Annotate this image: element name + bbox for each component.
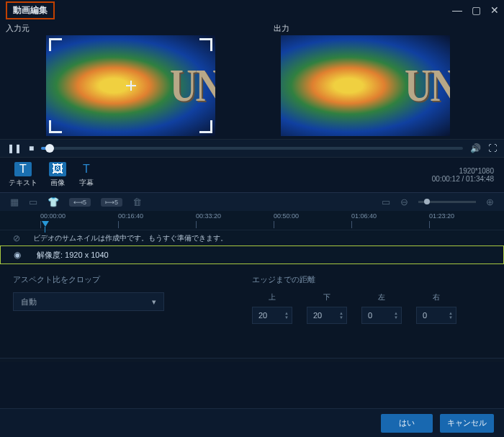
aspect-label: アスペクト比をクロップ [13, 274, 252, 285]
fwd5-button[interactable]: ⟼5 [101, 198, 122, 207]
edge-label: エッジまでの距離 [252, 274, 491, 285]
shirt-icon[interactable]: 👕 [48, 197, 59, 207]
maximize-icon[interactable]: ▢ [471, 5, 481, 15]
zoom-in-icon[interactable]: ⊕ [486, 197, 494, 207]
crop-handle-br[interactable] [199, 120, 212, 133]
input-label: 入力元 [6, 23, 230, 34]
time-info: 00:00:12 / 01:34:48 [432, 175, 494, 183]
aspect-dropdown[interactable]: 自動 ▾ [13, 292, 164, 311]
subtitle-icon: T [78, 162, 95, 176]
resolution-info: 1920*1080 [432, 167, 494, 175]
pause-icon[interactable]: ❚❚ [7, 143, 22, 153]
tab-text[interactable]: T テキスト [9, 162, 37, 188]
film-icon[interactable]: ▦ [10, 197, 19, 207]
edge-left-stepper[interactable]: 0▲▼ [361, 307, 402, 324]
volume-icon[interactable]: 🔊 [470, 143, 481, 153]
eye-icon[interactable]: ◉ [1, 250, 34, 260]
thumbnail-status: ビデオのサムネイルは作成中です。もうすぐ準備できます。 [33, 233, 228, 243]
seek-thumb[interactable] [45, 144, 54, 153]
zoom-slider[interactable] [418, 201, 476, 203]
zoom-out-icon[interactable]: ⊖ [400, 197, 408, 207]
no-symbol-icon[interactable]: ⊘ [0, 233, 33, 243]
ok-button[interactable]: はい [381, 414, 433, 433]
crop-handle-bl[interactable] [49, 120, 62, 133]
stop-icon[interactable]: ■ [29, 143, 34, 153]
tab-subtitle[interactable]: T 字幕 [78, 162, 95, 188]
timeline-ruler[interactable]: 00:00:00 00:16:40 00:33:20 00:50:00 01:0… [0, 211, 504, 230]
text-icon: T [14, 162, 32, 176]
crop-handle-tr[interactable] [199, 38, 212, 51]
edge-top-stepper[interactable]: 20▲▼ [252, 307, 292, 324]
trash-icon[interactable]: 🗑 [132, 197, 142, 207]
fullscreen-icon[interactable]: ⛶ [488, 143, 497, 153]
minimize-icon[interactable]: — [452, 5, 462, 15]
edge-right-stepper[interactable]: 0▲▼ [416, 307, 456, 324]
close-icon[interactable]: ✕ [490, 5, 500, 15]
playhead-icon[interactable] [42, 221, 49, 227]
cancel-button[interactable]: キャンセル [440, 414, 494, 433]
edge-bottom-stepper[interactable]: 20▲▼ [307, 307, 347, 324]
image-icon: 🖼 [49, 162, 66, 176]
fit-icon[interactable]: ▭ [382, 197, 390, 207]
crop-icon[interactable]: ▭ [29, 197, 37, 207]
seek-slider[interactable] [41, 147, 463, 150]
crop-handle-tl[interactable] [49, 38, 62, 51]
back5-button[interactable]: ⟻5 [69, 198, 91, 207]
chevron-down-icon: ▾ [152, 297, 156, 307]
resolution-display: 解像度: 1920 x 1040 [34, 250, 503, 261]
output-preview [281, 35, 450, 136]
output-label: 出力 [274, 23, 498, 34]
input-preview[interactable] [46, 35, 215, 136]
window-title: 動画編集 [6, 1, 55, 19]
crop-center-icon[interactable] [126, 81, 136, 91]
tab-image[interactable]: 🖼 画像 [49, 162, 66, 188]
